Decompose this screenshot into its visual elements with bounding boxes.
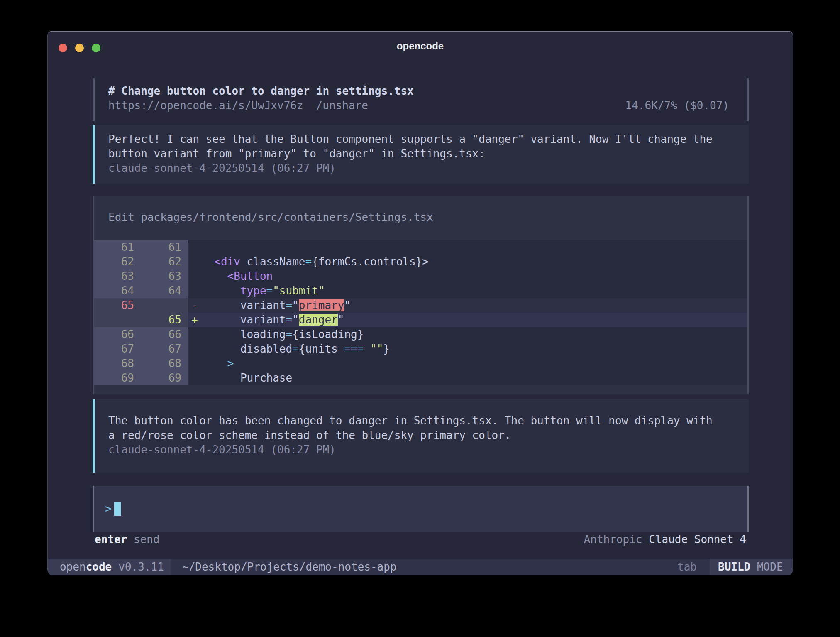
text-cursor bbox=[114, 502, 121, 516]
diff-row: 6969 Purchase bbox=[94, 371, 747, 385]
diff-table: 61616262 <div className={formCs.controls… bbox=[94, 240, 747, 385]
assistant-message: Perfect! I can see that the Button compo… bbox=[93, 125, 749, 184]
edit-tool-title: Edit packages/frontend/src/containers/Se… bbox=[94, 196, 747, 225]
diff-row: 6868 > bbox=[94, 356, 747, 371]
mode-indicator[interactable]: BUILD MODE bbox=[710, 559, 793, 575]
edit-tool-action: Edit bbox=[108, 211, 134, 223]
diff-row: 6161 bbox=[94, 240, 747, 255]
diff-row: 6767 disabled={units === ""} bbox=[94, 342, 747, 356]
enter-key-hint: enter bbox=[95, 533, 127, 546]
edit-tool-card: Edit packages/frontend/src/containers/Se… bbox=[93, 196, 749, 394]
mode-word: MODE bbox=[757, 561, 783, 573]
diff-row: 6262 <div className={formCs.controls}> bbox=[94, 255, 747, 269]
app-version-segment: opencodev0.3.11 bbox=[48, 559, 171, 575]
session-title: # Change button color to danger in setti… bbox=[108, 84, 414, 98]
working-directory: ~/Desktop/Projects/demo-notes-app bbox=[182, 559, 397, 575]
enter-action-label: send bbox=[134, 533, 160, 546]
context-usage: 14.6K/7% ($0.07) bbox=[625, 98, 729, 113]
status-bar: opencodev0.3.11 ~/Desktop/Projects/demo-… bbox=[48, 559, 793, 575]
app-version: v0.3.11 bbox=[118, 561, 164, 573]
header-left-rule bbox=[93, 78, 95, 121]
provider-label: Anthropic bbox=[584, 533, 642, 546]
diff-row: 65- variant="primary" bbox=[94, 298, 747, 313]
header-right-rule bbox=[747, 78, 749, 121]
prompt-input[interactable]: > bbox=[93, 486, 749, 532]
share-url-link[interactable]: https://opencode.ai/s/UwJxv76z bbox=[108, 99, 303, 112]
message-model-timestamp: claude-sonnet-4-20250514 (06:27 PM) bbox=[108, 443, 749, 457]
message-text-line: The button color has been changed to dan… bbox=[108, 414, 749, 428]
unshare-command[interactable]: /unshare bbox=[316, 99, 368, 112]
model-label: Claude Sonnet 4 bbox=[649, 533, 746, 546]
session-header: # Change button color to danger in setti… bbox=[93, 78, 749, 121]
message-text-line: a red/rose color scheme instead of the b… bbox=[108, 428, 749, 443]
assistant-message: The button color has been changed to dan… bbox=[93, 399, 749, 473]
diff-row: 6666 loading={isLoading} bbox=[94, 327, 747, 342]
mode-name: BUILD bbox=[718, 561, 750, 573]
prompt-symbol: > bbox=[105, 502, 112, 515]
app-name-open: open bbox=[60, 561, 86, 573]
message-model-timestamp: claude-sonnet-4-20250514 (06:27 PM) bbox=[108, 161, 749, 176]
app-name-code: code bbox=[86, 561, 112, 573]
edit-tool-filepath: packages/frontend/src/containers/Setting… bbox=[141, 211, 433, 223]
window-title: opencode bbox=[48, 40, 793, 52]
diff-row: 6464 type="submit" bbox=[94, 284, 747, 298]
opencode-terminal-window: opencode # Change button color to danger… bbox=[47, 31, 793, 574]
tab-key-hint[interactable]: tab bbox=[677, 559, 697, 575]
message-text-line: button variant from "primary" to "danger… bbox=[108, 147, 749, 161]
diff-row: 65+ variant="danger" bbox=[94, 313, 747, 327]
message-text-line: Perfect! I can see that the Button compo… bbox=[108, 132, 749, 147]
window-titlebar: opencode bbox=[48, 32, 793, 60]
keybinding-helper-row: enter send Anthropic Claude Sonnet 4 bbox=[93, 532, 749, 547]
diff-row: 6363 <Button bbox=[94, 269, 747, 284]
